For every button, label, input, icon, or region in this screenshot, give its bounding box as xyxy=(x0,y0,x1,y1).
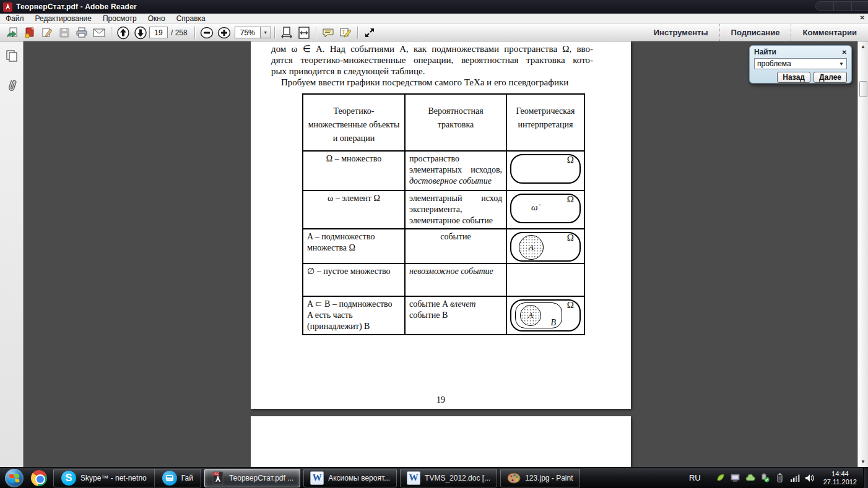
taskbar-item-pdf[interactable]: PDF ТеорверСтат.pdf ... xyxy=(204,469,300,487)
find-next-button[interactable]: Далее xyxy=(814,72,847,83)
omega-label: Ω xyxy=(567,194,574,205)
cell-implies-event: событие A влечет событие B xyxy=(405,296,506,335)
scroll-down-arrow-icon[interactable]: ▼ xyxy=(858,459,868,464)
cell-diagram-element: Ω ω̇ xyxy=(506,190,584,229)
menu-edit[interactable]: Редактирование xyxy=(30,14,97,24)
fullscreen-button[interactable] xyxy=(362,25,378,40)
open-button[interactable] xyxy=(4,25,20,40)
network-signal-tray-icon[interactable] xyxy=(790,473,800,483)
paragraph-line: дом ω ∈ A. Над событиями A, как подмноже… xyxy=(271,43,593,54)
table-row: A – подмножество множества Ω событие Ω A xyxy=(303,229,584,263)
paragraph: дом ω ∈ A. Над событиями A, как подмноже… xyxy=(271,43,593,88)
toolbar-separator xyxy=(357,27,358,39)
find-panel-title: Найти xyxy=(754,48,776,56)
scroll-up-arrow-icon[interactable]: ▲ xyxy=(858,44,868,49)
save-button[interactable] xyxy=(56,25,72,40)
zoom-out-button[interactable] xyxy=(199,25,215,40)
toolbar-separator xyxy=(274,27,275,39)
leaf-app-tray-icon[interactable] xyxy=(716,473,726,483)
close-panel-icon[interactable]: ✕ xyxy=(860,14,865,21)
menu-view[interactable]: Просмотр xyxy=(97,14,142,24)
comment-button[interactable] xyxy=(320,25,336,40)
toolbar-separator xyxy=(316,27,316,39)
zoom-level-select[interactable]: 75% ▼ xyxy=(235,27,271,38)
maximize-button[interactable] xyxy=(834,2,852,11)
chevron-down-icon[interactable]: ▼ xyxy=(260,27,271,38)
page-total-label: / 258 xyxy=(171,28,188,37)
scrollbar-thumb[interactable] xyxy=(859,81,867,97)
tray-time: 14:44 xyxy=(823,470,857,478)
cell-impossible-event: невозможное событие xyxy=(405,263,506,296)
chrome-taskbar-icon[interactable] xyxy=(31,470,47,486)
page-thumbnails-icon[interactable] xyxy=(5,49,19,62)
find-query-text[interactable]: проблема xyxy=(755,59,836,68)
svg-text:PDF: PDF xyxy=(214,473,219,476)
start-button[interactable] xyxy=(5,469,24,487)
taskbar-item-word-axioms[interactable]: W Аксиомы вероят... xyxy=(303,469,397,487)
display-tray-icon[interactable] xyxy=(731,473,740,483)
battery-tray-icon[interactable] xyxy=(775,473,785,483)
email-button[interactable] xyxy=(91,25,107,40)
venn-subset-diagram: Ω A B xyxy=(510,299,581,332)
fit-width-button[interactable] xyxy=(296,25,312,40)
window-controls xyxy=(815,1,868,11)
show-desktop-button[interactable] xyxy=(863,468,868,488)
page-number-label: 19 xyxy=(251,395,631,405)
create-pdf-button[interactable] xyxy=(22,25,38,40)
table-row: Ω – множество пространство элементарных … xyxy=(303,151,584,190)
print-button[interactable] xyxy=(74,25,90,40)
adobe-reader-window: ТеорверСтат.pdf - Adobe Reader Файл Реда… xyxy=(0,0,868,488)
cloud-sync-tray-icon[interactable] xyxy=(745,473,755,483)
taskbar-item-skype[interactable]: S Skype™ - net-netno xyxy=(54,469,154,487)
windows-logo-icon xyxy=(9,473,20,482)
tray-date: 27.11.2012 xyxy=(823,478,857,486)
minimize-button[interactable] xyxy=(816,2,834,11)
tab-tools[interactable]: Инструменты xyxy=(643,24,719,41)
find-search-input[interactable]: проблема ▼ xyxy=(754,58,847,69)
attachments-paperclip-icon[interactable] xyxy=(5,79,19,92)
usb-safely-remove-tray-icon[interactable] xyxy=(760,473,770,483)
cell-event: событие xyxy=(405,229,506,263)
toolbar: / 258 75% ▼ T Инструменты Подписание Ком… xyxy=(0,24,868,41)
volume-tray-icon[interactable] xyxy=(805,473,815,483)
tab-sign[interactable]: Подписание xyxy=(719,24,791,41)
taskbar-item-chat[interactable]: Гай xyxy=(155,469,201,487)
taskbar: S Skype™ - net-netno Гай PDF ТеорверСтат… xyxy=(0,467,868,488)
svg-text:T: T xyxy=(342,29,345,35)
table-row: ω – элемент Ω элементарный исход экспери… xyxy=(303,190,584,229)
omega-label: Ω xyxy=(567,233,574,243)
taskbar-item-label: Skype™ - net-netno xyxy=(80,474,147,482)
table-row: A ⊂ B – подмножество A есть часть (прина… xyxy=(303,296,584,335)
window-title: ТеорверСтат.pdf - Adobe Reader xyxy=(16,2,137,11)
edit-button[interactable] xyxy=(39,25,55,40)
event-a-region: A xyxy=(519,235,544,260)
find-close-icon[interactable]: ✕ xyxy=(842,49,847,56)
pdf-page: дом ω ∈ A. Над событиями A, как подмноже… xyxy=(251,41,631,409)
vertical-scrollbar[interactable]: ▲ ▼ xyxy=(857,41,868,467)
paragraph-line: дятся теоретико-множественные операции, … xyxy=(271,54,593,66)
scrolling-mode-button[interactable] xyxy=(279,25,295,40)
adobe-reader-logo-icon xyxy=(3,2,12,12)
tray-clock[interactable]: 14:44 27.11.2012 xyxy=(823,470,857,486)
highlight-text-button[interactable]: T xyxy=(337,25,354,40)
omega-label: Ω xyxy=(567,300,574,310)
next-page-button[interactable] xyxy=(132,25,149,40)
taskbar-item-word-tvms[interactable]: W TVMS_2012.doc [... xyxy=(400,469,497,487)
previous-page-button[interactable] xyxy=(115,25,131,40)
word-file-icon: W xyxy=(310,471,324,485)
menu-window[interactable]: Окно xyxy=(142,14,171,24)
taskbar-item-label: 123.jpg - Paint xyxy=(525,474,573,482)
tab-comments[interactable]: Комментарии xyxy=(791,24,868,41)
chevron-down-icon[interactable]: ▼ xyxy=(836,61,846,67)
find-previous-button[interactable]: Назад xyxy=(777,72,810,83)
close-button[interactable] xyxy=(852,2,868,11)
menu-help[interactable]: Справка xyxy=(171,14,211,24)
language-indicator[interactable]: RU xyxy=(689,473,701,482)
taskbar-item-paint[interactable]: 123.jpg - Paint xyxy=(500,469,579,487)
paragraph-line: рых приводится в следующей таблице. xyxy=(271,66,593,77)
page-number-input[interactable] xyxy=(149,27,168,38)
skype-task-group: S Skype™ - net-netno Гай xyxy=(53,469,201,487)
cell-omega-element: ω – элемент Ω xyxy=(303,190,405,229)
zoom-in-button[interactable] xyxy=(216,25,232,40)
menu-file[interactable]: Файл xyxy=(0,14,30,24)
